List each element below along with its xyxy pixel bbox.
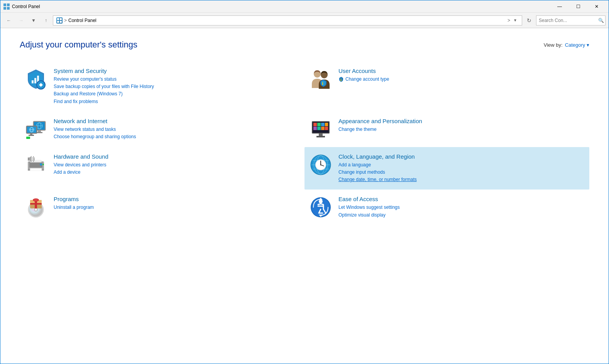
close-button[interactable]: ✕	[588, 0, 606, 13]
svg-rect-32	[29, 135, 34, 136]
minimize-button[interactable]: —	[551, 0, 568, 13]
breadcrumb-end-separator: >	[508, 18, 510, 23]
svg-rect-33	[26, 137, 30, 139]
category-programs[interactable]: Programs Uninstall a program	[20, 190, 304, 225]
category-network-internet[interactable]: Network and Internet View network status…	[20, 112, 304, 147]
category-hardware-sound[interactable]: Hardware and Sound View devices and prin…	[20, 147, 304, 190]
network-internet-title[interactable]: Network and Internet	[54, 118, 300, 124]
svg-rect-6	[57, 21, 59, 23]
system-security-title[interactable]: System and Security	[54, 68, 300, 74]
svg-point-80	[319, 200, 323, 203]
user-accounts-title[interactable]: User Accounts	[338, 68, 585, 74]
system-security-link-4[interactable]: Find and fix problems	[54, 98, 300, 105]
svg-rect-44	[319, 134, 323, 136]
svg-rect-8	[32, 80, 34, 83]
category-ease-of-access[interactable]: Ease of Access Let Windows suggest setti…	[304, 190, 589, 225]
clock-language-title[interactable]: Clock, Language, and Region	[338, 153, 585, 160]
address-dropdown[interactable]: ▼	[512, 18, 519, 22]
hardware-sound-link-1[interactable]: View devices and printers	[54, 161, 300, 169]
svg-point-53	[42, 164, 44, 165]
category-clock-language[interactable]: Clock, Language, and Region Add a langua…	[304, 147, 589, 190]
programs-content: Programs Uninstall a program	[54, 196, 300, 211]
maximize-button[interactable]: ☐	[569, 0, 587, 13]
ease-of-access-title[interactable]: Ease of Access	[338, 196, 585, 202]
svg-rect-54	[28, 157, 29, 161]
categories-grid: System and Security Review your computer…	[20, 61, 589, 225]
network-internet-link-1[interactable]: View network status and tasks	[54, 126, 300, 133]
ease-of-access-link-1[interactable]: Let Windows suggest settings	[338, 204, 585, 211]
address-bar: ← → ▼ ↑ > Control Panel > ▼ ↻ 🔍	[0, 13, 609, 28]
window-controls: — ☐ ✕	[551, 0, 606, 13]
svg-rect-4	[57, 18, 59, 20]
clock-language-content: Clock, Language, and Region Add a langua…	[338, 153, 585, 184]
forward-button[interactable]: →	[16, 15, 27, 26]
up-button[interactable]: ↑	[41, 15, 51, 26]
hardware-sound-title[interactable]: Hardware and Sound	[54, 153, 300, 160]
svg-rect-37	[317, 123, 321, 126]
view-by-label: View by:	[544, 42, 563, 48]
ease-of-access-content: Ease of Access Let Windows suggest setti…	[338, 196, 585, 218]
svg-rect-17	[341, 80, 342, 81]
clock-language-link-3[interactable]: Change date, time, or number formats	[338, 176, 585, 183]
svg-rect-31	[30, 134, 32, 135]
appearance-link-1[interactable]: Change the theme	[338, 126, 585, 133]
category-system-security[interactable]: System and Security Review your computer…	[20, 61, 304, 112]
user-accounts-link-1[interactable]: Change account type	[338, 76, 585, 83]
ease-of-access-icon	[309, 196, 332, 219]
svg-point-77	[34, 199, 38, 201]
page-header: Adjust your computer's settings View by:…	[20, 40, 589, 50]
search-bar[interactable]: 🔍	[536, 15, 606, 25]
view-by: View by: Category ▾	[544, 42, 589, 48]
svg-rect-16	[322, 82, 323, 83]
window: Control Panel — ☐ ✕ ← → ▼ ↑ > Control Pa…	[0, 0, 609, 364]
hardware-sound-link-2[interactable]: Add a device	[54, 169, 300, 176]
category-appearance[interactable]: Appearance and Personalization Change th…	[304, 112, 589, 147]
system-security-link-3[interactable]: Backup and Restore (Windows 7)	[54, 90, 300, 98]
svg-rect-1	[7, 3, 10, 6]
hardware-sound-icon	[24, 153, 47, 176]
appearance-icon	[309, 118, 332, 141]
search-input[interactable]	[539, 18, 597, 23]
clock-language-link-1[interactable]: Add a language	[338, 161, 585, 169]
clock-language-icon	[309, 153, 332, 176]
svg-rect-2	[3, 7, 6, 10]
svg-rect-9	[34, 78, 36, 83]
network-internet-icon	[24, 118, 47, 141]
svg-rect-36	[313, 123, 317, 126]
svg-rect-41	[317, 127, 321, 130]
clock-language-link-2[interactable]: Change input methods	[338, 169, 585, 176]
svg-point-71	[35, 208, 37, 211]
address-icon	[56, 17, 63, 24]
programs-icon	[24, 196, 47, 219]
system-security-content: System and Security Review your computer…	[54, 68, 300, 105]
network-internet-link-2[interactable]: Choose homegroup and sharing options	[54, 133, 300, 141]
recent-button[interactable]: ▼	[28, 15, 39, 26]
back-button[interactable]: ←	[3, 15, 14, 26]
svg-rect-51	[30, 168, 42, 171]
address-field[interactable]: > Control Panel > ▼	[53, 15, 522, 25]
user-accounts-content: User Accounts Change account type	[338, 68, 585, 83]
svg-rect-24	[38, 130, 41, 132]
svg-point-67	[320, 164, 321, 165]
svg-rect-3	[7, 7, 10, 10]
refresh-button[interactable]: ↻	[524, 15, 535, 26]
appearance-content: Appearance and Personalization Change th…	[338, 118, 585, 133]
appearance-title[interactable]: Appearance and Personalization	[338, 118, 585, 124]
svg-rect-49	[31, 160, 41, 162]
app-icon	[3, 3, 10, 10]
svg-rect-7	[60, 21, 62, 23]
main-content: Adjust your computer's settings View by:…	[0, 28, 609, 364]
svg-rect-40	[313, 127, 317, 130]
system-security-link-2[interactable]: Save backup copies of your files with Fi…	[54, 83, 300, 90]
breadcrumb-separator: >	[64, 18, 67, 23]
window-title: Control Panel	[12, 4, 551, 9]
svg-rect-43	[325, 127, 328, 130]
system-security-link-1[interactable]: Review your computer's status	[54, 76, 300, 83]
view-by-dropdown[interactable]: Category ▾	[565, 42, 589, 48]
programs-link-1[interactable]: Uninstall a program	[54, 204, 300, 211]
svg-point-52	[40, 163, 42, 166]
ease-of-access-link-2[interactable]: Optimize visual display	[338, 212, 585, 219]
category-user-accounts[interactable]: User Accounts Change account type	[304, 61, 589, 112]
programs-title[interactable]: Programs	[54, 196, 300, 202]
search-icon[interactable]: 🔍	[598, 18, 604, 23]
